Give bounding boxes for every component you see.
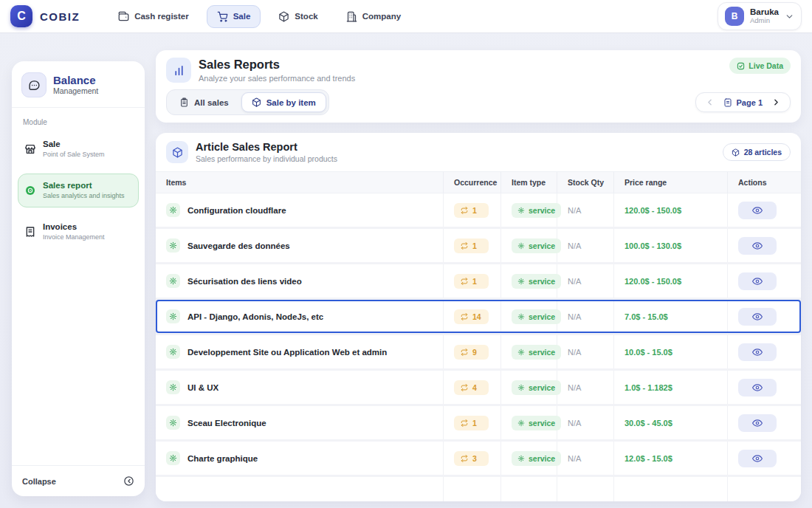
table-row[interactable]: Sécurisation des liens video 1: [156, 264, 801, 298]
price-range-value: 100.0$ - 130.0$: [625, 241, 681, 250]
avatar: B: [725, 7, 744, 26]
occurrence-badge: 14: [454, 309, 489, 324]
live-pulse-icon: [737, 62, 745, 70]
item-type-value: service: [529, 454, 555, 463]
clipboard-icon: [179, 97, 189, 107]
item-type-value: service: [529, 277, 555, 286]
sidebar-item-label: Sales report: [43, 181, 125, 191]
eye-icon: [752, 418, 763, 428]
item-name: Charte graphique: [187, 454, 258, 463]
nav-item-company[interactable]: Company: [336, 5, 411, 28]
table-row[interactable]: Sceau Electronique 1: [156, 406, 801, 439]
cash-register-icon: [118, 11, 129, 22]
nav-label: Company: [362, 12, 401, 21]
column-header-occurrence: Occurrence: [444, 172, 501, 193]
table-row[interactable]: API - Django, Adonis, NodeJs, etc 14: [156, 300, 801, 333]
stock-qty-value: N/A: [568, 454, 581, 463]
nav-label: Stock: [295, 12, 317, 21]
sidebar-item-invoices[interactable]: Invoices Invoice Management: [18, 215, 139, 249]
nav-item-sale[interactable]: Sale: [207, 5, 261, 28]
item-type-badge: service: [512, 309, 561, 324]
view-item-button[interactable]: [738, 308, 777, 326]
item-type-value: service: [529, 312, 555, 321]
repeat-icon: [461, 384, 468, 391]
price-range-value: 12.0$ - 15.0$: [625, 454, 672, 463]
sidebar-item-label: Invoices: [43, 222, 105, 233]
item-type-badge: service: [512, 416, 561, 430]
stock-qty-value: N/A: [568, 383, 581, 392]
article-sales-report-card: Article Sales Report Sales performance b…: [156, 133, 801, 501]
stock-qty-value: N/A: [568, 206, 581, 215]
item-gear-icon: [166, 274, 180, 288]
repeat-icon: [461, 419, 468, 427]
occurrence-badge: 3: [454, 451, 489, 466]
item-gear-icon: [166, 380, 180, 394]
repeat-icon: [461, 313, 468, 320]
table-row[interactable]: Configuration cloudflare 1: [156, 193, 801, 227]
collapse-button[interactable]: Collapse: [12, 465, 145, 496]
item-name: Sauvegarde des données: [187, 241, 290, 250]
tab-all-sales[interactable]: All sales: [169, 92, 239, 112]
sidebar: Balance Management Module Sale Point of …: [12, 61, 145, 496]
table-body: Configuration cloudflare 1: [156, 193, 801, 501]
package-icon: [252, 97, 261, 107]
collapse-circle-arrow-icon: [123, 476, 134, 487]
occurrence-badge: 1: [454, 238, 489, 253]
eye-icon: [752, 312, 763, 322]
view-item-button[interactable]: [738, 414, 777, 432]
view-item-button[interactable]: [738, 202, 777, 219]
eye-icon: [752, 453, 763, 464]
page-next-button[interactable]: [771, 97, 781, 107]
occurrence-badge: 1: [454, 274, 489, 289]
sale-cart-icon: [217, 11, 228, 22]
occurrence-badge: 1: [454, 203, 489, 218]
item-type-badge: service: [512, 203, 561, 218]
bar-chart-icon: [166, 58, 191, 83]
view-item-button[interactable]: [738, 343, 777, 361]
nav-item-cash-register[interactable]: Cash register: [108, 5, 199, 28]
table-row[interactable]: Charte graphique 3: [156, 442, 801, 475]
sidebar-item-sales-report[interactable]: Sales report Sales analytics and insight…: [18, 174, 139, 207]
service-gear-icon: [517, 455, 525, 462]
green-disc-icon: [24, 185, 36, 196]
item-gear-icon: [166, 238, 180, 253]
price-range-value: 120.0$ - 150.0$: [625, 206, 681, 215]
article-box-icon: [166, 141, 188, 163]
storefront-icon: [24, 143, 36, 155]
table-row[interactable]: UI & UX 4: [156, 371, 801, 404]
item-type-badge: service: [512, 451, 561, 466]
view-item-button[interactable]: [738, 450, 777, 467]
view-item-button[interactable]: [738, 272, 777, 290]
table-row[interactable]: Sauvegarde des données 1: [156, 229, 801, 262]
occurrence-value: 1: [472, 206, 477, 215]
stock-qty-value: N/A: [568, 277, 581, 286]
user-role: Admin: [750, 17, 779, 25]
brand[interactable]: C COBIZ: [10, 5, 80, 27]
view-item-button[interactable]: [738, 237, 777, 255]
page-prev-button[interactable]: [705, 97, 715, 107]
table-row[interactable]: Developpement Site ou Application Web et…: [156, 335, 801, 368]
service-gear-icon: [517, 242, 525, 250]
repeat-icon: [461, 455, 468, 462]
item-name: Sécurisation des liens video: [187, 277, 302, 286]
sidebar-item-label: Sale: [43, 140, 105, 150]
nav-item-stock[interactable]: Stock: [268, 5, 328, 28]
brand-name: COBIZ: [40, 10, 80, 23]
sidebar-item-sale[interactable]: Sale Point of Sale System: [18, 132, 139, 166]
view-item-button[interactable]: [738, 379, 777, 397]
item-type-badge: service: [512, 345, 561, 360]
stock-qty-value: N/A: [568, 348, 581, 357]
tab-sale-by-item[interactable]: Sale by item: [241, 92, 326, 112]
page-title: Sales Reports: [199, 58, 355, 72]
item-gear-icon: [166, 451, 180, 465]
occurrence-badge: 9: [454, 345, 489, 360]
item-type-value: service: [529, 419, 555, 428]
page-file-icon: [723, 98, 732, 107]
chevron-down-icon: [785, 12, 794, 21]
occurrence-value: 1: [472, 241, 477, 250]
item-type-badge: service: [512, 238, 561, 253]
divider: [12, 107, 145, 108]
repeat-icon: [461, 349, 468, 356]
report-tabs: All sales Sale by item: [166, 89, 329, 115]
user-menu[interactable]: B Baruka Admin: [718, 2, 802, 30]
